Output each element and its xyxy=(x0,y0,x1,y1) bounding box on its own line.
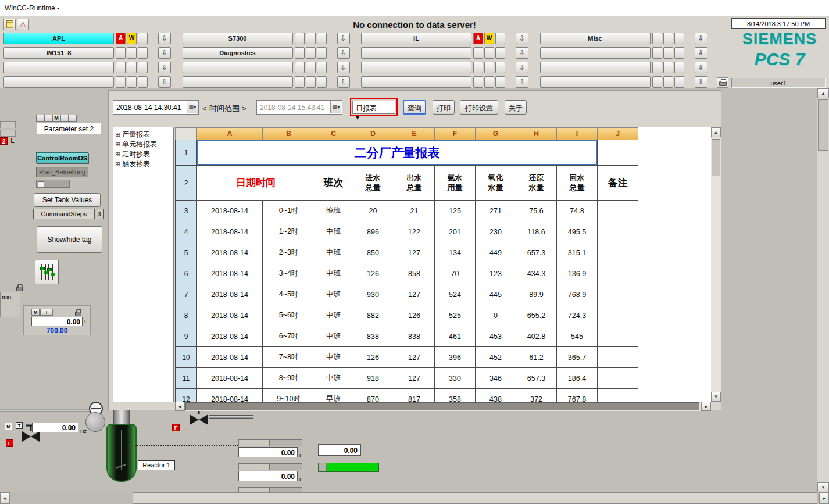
cell[interactable]: 882 xyxy=(352,305,394,326)
cell[interactable]: 724.3 xyxy=(557,305,598,326)
toolbar-cell[interactable] xyxy=(127,47,137,59)
cell[interactable]: 中班 xyxy=(315,242,352,263)
row-number[interactable]: 11 xyxy=(176,368,197,389)
toolbar-cell[interactable] xyxy=(306,76,316,88)
toolbar-cell[interactable] xyxy=(116,76,126,88)
cell[interactable]: 461 xyxy=(435,326,476,347)
cell[interactable]: 524 xyxy=(435,284,476,305)
toolbar-button[interactable]: S7300 xyxy=(183,33,293,44)
cell[interactable]: 315.1 xyxy=(557,242,598,263)
cell[interactable]: 768.9 xyxy=(557,284,598,305)
row-number[interactable]: 3 xyxy=(176,201,197,221)
to-date-picker[interactable]: 2018-08-14 15:43:41 ▦▾ xyxy=(256,100,342,115)
expand-down-button[interactable]: ⇩ xyxy=(695,76,707,88)
cell[interactable]: 850 xyxy=(352,242,394,263)
printer-button[interactable] xyxy=(717,77,728,88)
scroll-down-button[interactable]: ▾ xyxy=(817,482,829,492)
toolbar-cell[interactable] xyxy=(306,33,316,44)
row-number[interactable]: 12 xyxy=(176,389,197,402)
cell[interactable]: 4~5时 xyxy=(263,284,315,305)
expand-down-button[interactable]: ⇩ xyxy=(695,62,707,73)
cell[interactable]: 396 xyxy=(435,347,476,368)
cell[interactable]: 中班 xyxy=(315,284,352,305)
sheet-vertical-scrollbar[interactable]: ▴ ▾ xyxy=(711,127,721,402)
cell[interactable]: 858 xyxy=(394,263,435,284)
row-number[interactable]: 7 xyxy=(176,284,197,305)
toolbar-cell[interactable] xyxy=(317,47,327,59)
toolbar-cell[interactable] xyxy=(138,47,148,59)
cell[interactable]: 早班 xyxy=(315,389,352,402)
cell[interactable]: 434.3 xyxy=(516,263,557,284)
warning-badge[interactable]: W xyxy=(484,33,494,44)
cell[interactable]: 134 xyxy=(435,242,476,263)
pump-symbol[interactable] xyxy=(85,412,105,432)
column-header-C[interactable]: C xyxy=(315,128,352,140)
toolbar-cell[interactable] xyxy=(127,76,137,88)
expand-down-button[interactable]: ⇩ xyxy=(516,76,528,88)
toolbar-button[interactable]: IM151_8 xyxy=(3,47,114,59)
cell[interactable]: 20 xyxy=(352,201,394,221)
cell[interactable] xyxy=(598,221,638,242)
toolbar-button[interactable]: Diagnostics xyxy=(183,47,293,59)
alarm-badge[interactable]: A xyxy=(473,33,483,44)
alarm-badge[interactable]: A xyxy=(116,33,126,44)
cell[interactable]: 2018-08-14 xyxy=(197,201,263,221)
cell[interactable]: 2018-08-14 xyxy=(197,389,263,402)
toolbar-cell[interactable] xyxy=(116,62,126,73)
select-all-corner[interactable] xyxy=(176,128,197,140)
scroll-down-button[interactable]: ▾ xyxy=(711,392,721,402)
cell[interactable]: 中班 xyxy=(315,326,352,347)
query-button[interactable]: 查询 xyxy=(403,100,426,115)
toolbar-cell[interactable] xyxy=(674,62,684,73)
cell[interactable] xyxy=(598,389,638,402)
toolbar-cell[interactable] xyxy=(295,33,305,44)
toolbar-cell[interactable] xyxy=(473,47,483,59)
toolbar-button[interactable] xyxy=(183,76,293,88)
header-cell[interactable]: 氧化 水量 xyxy=(476,166,516,201)
cell[interactable]: 70 xyxy=(435,263,476,284)
cell[interactable]: 75.6 xyxy=(516,201,557,221)
stepper-button[interactable] xyxy=(44,115,52,122)
header-datetime-cell[interactable]: 日期时间 xyxy=(197,166,315,201)
scroll-right-button[interactable]: ▸ xyxy=(701,402,711,411)
tree-item[interactable]: ⊞触发抄表 xyxy=(115,159,173,169)
cell[interactable]: 2018-08-14 xyxy=(197,326,263,347)
scroll-left-button[interactable]: ◂ xyxy=(0,492,10,504)
cell[interactable]: 127 xyxy=(394,284,435,305)
show-hide-tag-button[interactable]: Show/hide tag xyxy=(37,226,102,253)
cell[interactable]: 中班 xyxy=(315,221,352,242)
toolbar-cell[interactable] xyxy=(295,76,305,88)
cell[interactable]: 中班 xyxy=(315,368,352,389)
report-title-cell[interactable]: 二分厂产量报表 xyxy=(197,140,598,166)
row-number[interactable]: 6 xyxy=(176,263,197,284)
cell[interactable]: 896 xyxy=(352,221,394,242)
cell[interactable]: 1~2时 xyxy=(263,221,315,242)
expand-down-button[interactable]: ⇩ xyxy=(516,33,528,44)
expand-down-button[interactable]: ⇩ xyxy=(158,33,171,44)
cell[interactable]: 402.8 xyxy=(516,326,557,347)
sheet-horizontal-scrollbar[interactable]: ◂ ▸ xyxy=(175,402,711,411)
header-cell[interactable]: 还原 水量 xyxy=(516,166,557,201)
chevron-down-icon[interactable]: ▾ xyxy=(356,113,395,121)
scrollbar-thumb[interactable] xyxy=(133,492,817,504)
plan-befuellung-button[interactable]: Plan_Befuellung xyxy=(36,167,88,177)
cell[interactable]: 838 xyxy=(394,326,435,347)
cell[interactable]: 123 xyxy=(476,263,516,284)
column-header-E[interactable]: E xyxy=(394,128,435,140)
column-header-D[interactable]: D xyxy=(352,128,394,140)
toolbar-cell[interactable] xyxy=(317,76,327,88)
scroll-up-button[interactable]: ▴ xyxy=(817,88,829,98)
expand-down-button[interactable]: ⇩ xyxy=(695,33,707,44)
cell[interactable]: 445 xyxy=(476,284,516,305)
row-number[interactable]: 4 xyxy=(176,221,197,242)
cell[interactable]: 186.4 xyxy=(557,368,598,389)
reactor-vessel[interactable] xyxy=(106,410,137,483)
expand-down-button[interactable]: ⇩ xyxy=(158,47,171,59)
toolbar-button[interactable] xyxy=(540,47,651,59)
cell[interactable]: 767.8 xyxy=(557,389,598,402)
row-number[interactable]: 5 xyxy=(176,242,197,263)
expand-down-button[interactable]: ⇩ xyxy=(158,76,171,88)
cell[interactable]: 127 xyxy=(394,368,435,389)
cell[interactable]: 6~7时 xyxy=(263,326,315,347)
toolbar-cell[interactable] xyxy=(138,76,148,88)
